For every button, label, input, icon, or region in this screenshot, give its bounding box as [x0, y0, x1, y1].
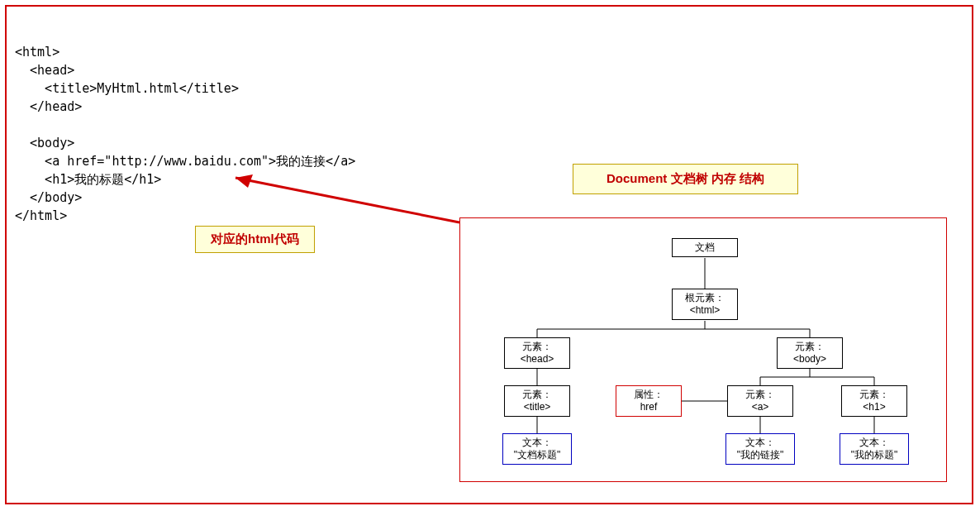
node-line1: 元素： [522, 389, 552, 400]
code-line: <title>MyHtml.html</title> [15, 81, 239, 96]
node-line2: <title> [524, 401, 551, 413]
code-line: </head> [15, 99, 82, 114]
tree-node-html: 根元素： <html> [672, 289, 738, 320]
node-text: 文档 [695, 241, 715, 253]
node-line1: 文本： [522, 437, 552, 448]
node-line1: 文本： [745, 437, 775, 448]
tree-node-text-a: 文本： "我的链接" [725, 433, 795, 465]
node-line1: 文本： [859, 437, 889, 448]
code-line: <h1>我的标题</h1> [15, 172, 161, 187]
code-line: </html> [15, 208, 67, 223]
tree-node-text-title: 文本： "文档标题" [502, 433, 572, 465]
node-line2: "我的链接" [737, 449, 784, 461]
code-line: <html> [15, 45, 59, 60]
tree-node-body: 元素： <body> [777, 337, 843, 369]
node-line2: <body> [793, 353, 826, 365]
code-line: <a href="http://www.baidu.com">我的连接</a> [15, 154, 355, 169]
node-line1: 元素： [859, 389, 889, 400]
tree-node-attr-href: 属性： href [616, 385, 682, 417]
tree-node-document: 文档 [672, 238, 738, 257]
node-line2: href [640, 401, 658, 413]
node-line1: 元素： [522, 341, 552, 352]
node-line1: 元素： [745, 389, 775, 400]
node-line1: 属性： [634, 389, 664, 400]
tree-node-head: 元素： <head> [504, 337, 570, 369]
callout-code-label: 对应的html代码 [195, 226, 315, 253]
node-line2: <h1> [863, 401, 885, 413]
code-line: </body> [15, 190, 82, 205]
node-line2: "文档标题" [514, 449, 561, 461]
node-line2: "我的标题" [851, 449, 898, 461]
tree-node-text-h1: 文本： "我的标题" [840, 433, 909, 465]
node-line1: 元素： [795, 341, 825, 352]
tree-node-h1: 元素： <h1> [841, 385, 907, 417]
callout-tree-label: Document 文档树 内存 结构 [573, 164, 798, 194]
code-line: <head> [15, 63, 74, 78]
tree-node-title: 元素： <title> [504, 385, 570, 417]
node-line2: <html> [690, 304, 721, 316]
tree-node-a: 元素： <a> [727, 385, 793, 417]
node-line1: 根元素： [685, 292, 725, 303]
code-line: <body> [15, 136, 74, 150]
html-code-sample: <html> <head> <title>MyHtml.html</title>… [15, 25, 355, 225]
node-line2: <a> [752, 401, 769, 413]
node-line2: <head> [521, 353, 554, 365]
